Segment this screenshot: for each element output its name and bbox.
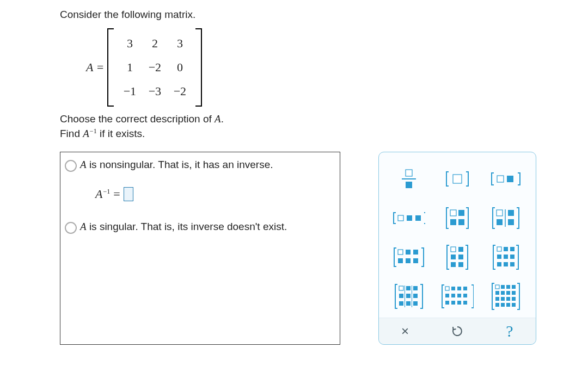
choice-text: A is singular. That is, its inverse does… — [80, 221, 287, 233]
svg-rect-47 — [413, 301, 418, 306]
svg-rect-46 — [406, 301, 411, 306]
svg-rect-15 — [497, 219, 503, 225]
svg-rect-20 — [413, 250, 418, 255]
palette-matrix-2x3-button[interactable] — [393, 245, 425, 269]
svg-rect-39 — [399, 286, 403, 290]
svg-rect-44 — [413, 294, 418, 298]
svg-rect-12 — [458, 219, 464, 225]
palette-matrix-1x3-button[interactable] — [393, 206, 425, 230]
palette-matrix-3x3-button[interactable] — [489, 245, 522, 269]
question-line1-pre: Choose the correct description of — [60, 113, 215, 125]
radio-icon[interactable] — [65, 222, 77, 234]
close-icon: × — [401, 324, 409, 339]
question-block: Choose the correct description of A. Fin… — [60, 113, 566, 140]
svg-rect-34 — [504, 255, 508, 259]
svg-rect-76 — [506, 303, 510, 307]
choice-box: A is nonsingular. That is, it has an inv… — [60, 152, 340, 345]
svg-rect-61 — [463, 301, 467, 305]
svg-rect-16 — [508, 219, 514, 225]
matrix-bracket: 3 2 3 1 −2 0 −1 −3 −2 — [107, 28, 202, 107]
svg-rect-57 — [463, 294, 467, 297]
palette-matrix-2x2-split-button[interactable] — [489, 206, 522, 230]
undo-button[interactable] — [431, 318, 483, 344]
svg-rect-60 — [457, 301, 461, 305]
question-line2-sup: −1 — [90, 127, 97, 135]
choice1-A: A — [80, 159, 87, 170]
matrix-cell: 2 — [152, 36, 158, 51]
palette-matrix-2x2-button[interactable] — [441, 206, 474, 230]
svg-rect-0 — [406, 170, 412, 176]
palette-matrix-1x2-button[interactable] — [489, 167, 522, 191]
matrix-grid: 3 2 3 1 −2 0 −1 −3 −2 — [112, 30, 198, 104]
svg-rect-30 — [497, 247, 501, 251]
svg-rect-25 — [458, 247, 463, 252]
radio-icon[interactable] — [65, 160, 77, 172]
svg-rect-55 — [451, 294, 455, 297]
svg-rect-31 — [504, 247, 508, 251]
question-line2-post: if it exists. — [97, 128, 145, 139]
svg-rect-24 — [451, 247, 456, 252]
svg-rect-73 — [512, 297, 516, 301]
bracket-4x4-icon — [491, 282, 520, 311]
svg-rect-52 — [457, 287, 461, 290]
bracket-3x3-grid-icon — [394, 283, 424, 310]
help-button[interactable]: ? — [483, 318, 536, 344]
svg-rect-51 — [451, 287, 455, 290]
svg-rect-42 — [399, 294, 403, 298]
svg-rect-3 — [453, 175, 462, 183]
template-palette: × ? — [378, 152, 536, 345]
prompt-text: Consider the following matrix. — [60, 9, 566, 21]
svg-rect-14 — [508, 210, 514, 216]
palette-matrix-3x3-grid-button[interactable] — [393, 284, 425, 308]
svg-rect-8 — [415, 215, 421, 221]
svg-rect-45 — [399, 301, 403, 306]
svg-rect-32 — [510, 247, 514, 251]
palette-matrix-3x4-button[interactable] — [441, 284, 474, 308]
svg-rect-29 — [458, 262, 463, 267]
palette-matrix-4x4-button[interactable] — [489, 284, 522, 308]
svg-rect-22 — [406, 258, 411, 263]
svg-rect-71 — [501, 297, 505, 301]
matrix-cell: −2 — [174, 84, 186, 98]
eq-A: A — [95, 187, 102, 201]
svg-rect-4 — [497, 176, 504, 182]
choice2-A: A — [80, 221, 87, 232]
matrix-definition: A = 3 2 3 1 −2 0 −1 −3 −2 — [86, 28, 566, 107]
close-button[interactable]: × — [379, 318, 431, 344]
svg-rect-7 — [407, 215, 412, 221]
svg-rect-40 — [406, 286, 411, 290]
palette-matrix-3x2-button[interactable] — [441, 245, 474, 269]
svg-rect-27 — [458, 255, 463, 259]
matrix-lhs: A = — [86, 60, 104, 75]
palette-matrix-1x1-button[interactable] — [441, 167, 474, 191]
choice1-text: is nonsingular. That is, it has an inver… — [87, 159, 273, 170]
question-line1-A: A — [215, 113, 221, 125]
svg-rect-18 — [398, 250, 403, 255]
svg-rect-33 — [497, 255, 501, 259]
svg-rect-13 — [497, 210, 503, 216]
svg-rect-43 — [406, 294, 411, 298]
palette-fraction-button[interactable] — [393, 167, 425, 191]
svg-rect-37 — [504, 262, 508, 266]
svg-rect-41 — [413, 286, 418, 290]
svg-rect-58 — [445, 301, 449, 305]
svg-rect-77 — [512, 303, 516, 307]
answer-input-slot[interactable] — [124, 187, 133, 201]
matrix-cell: 0 — [177, 60, 183, 75]
svg-rect-66 — [495, 291, 499, 295]
eq-sup: −1 — [103, 188, 110, 195]
choice-nonsingular[interactable]: A is nonsingular. That is, it has an inv… — [65, 159, 334, 172]
choice-singular[interactable]: A is singular. That is, its inverse does… — [65, 221, 334, 234]
svg-rect-70 — [495, 297, 499, 301]
question-line2-pre: Find — [60, 128, 83, 139]
svg-rect-67 — [501, 291, 505, 295]
svg-rect-75 — [501, 303, 505, 307]
svg-rect-69 — [512, 291, 516, 295]
question-line2-A: A — [83, 128, 89, 139]
svg-rect-74 — [495, 303, 499, 307]
svg-rect-9 — [450, 210, 456, 216]
bracket-1x2-icon — [491, 171, 521, 187]
palette-toolbar: × ? — [379, 318, 536, 344]
matrix-cell: −2 — [149, 60, 161, 75]
matrix-cell: −1 — [124, 84, 136, 98]
